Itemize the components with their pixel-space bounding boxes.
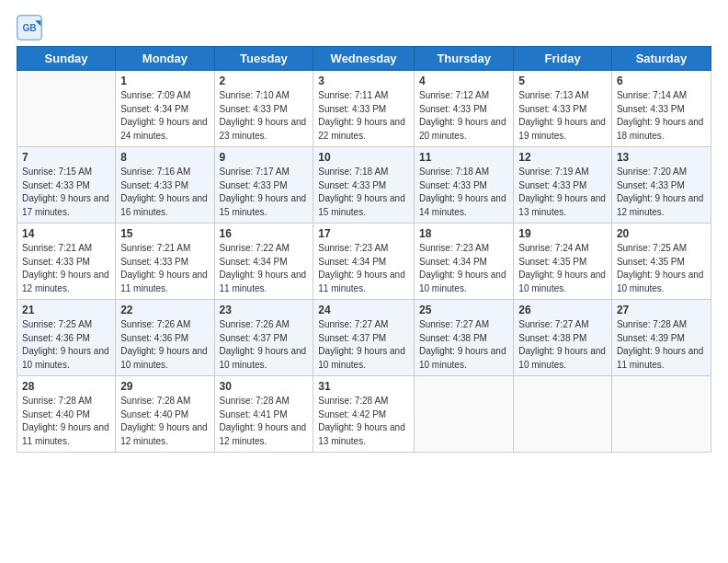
calendar-cell: 31Sunrise: 7:28 AM Sunset: 4:42 PM Dayli…: [313, 376, 415, 453]
day-detail: Sunrise: 7:27 AM Sunset: 4:38 PM Dayligh…: [419, 318, 508, 372]
day-detail: Sunrise: 7:19 AM Sunset: 4:33 PM Dayligh…: [518, 166, 607, 219]
calendar-cell: 7Sunrise: 7:15 AM Sunset: 4:33 PM Daylig…: [17, 147, 116, 224]
day-number: 26: [518, 304, 607, 316]
day-number: 20: [617, 227, 706, 240]
calendar-cell: 17Sunrise: 7:23 AM Sunset: 4:34 PM Dayli…: [313, 224, 415, 300]
day-detail: Sunrise: 7:25 AM Sunset: 4:36 PM Dayligh…: [22, 318, 110, 372]
day-of-week-wednesday: Wednesday: [313, 47, 415, 71]
calendar-cell: 3Sunrise: 7:11 AM Sunset: 4:33 PM Daylig…: [313, 71, 415, 147]
day-of-week-saturday: Saturday: [611, 47, 711, 71]
calendar-cell: 20Sunrise: 7:25 AM Sunset: 4:35 PM Dayli…: [611, 224, 711, 300]
day-detail: Sunrise: 7:21 AM Sunset: 4:33 PM Dayligh…: [120, 242, 209, 295]
calendar-cell: [17, 71, 116, 147]
calendar-week-row: 21Sunrise: 7:25 AM Sunset: 4:36 PM Dayli…: [17, 300, 711, 376]
day-detail: Sunrise: 7:12 AM Sunset: 4:33 PM Dayligh…: [419, 89, 508, 143]
day-detail: Sunrise: 7:17 AM Sunset: 4:33 PM Dayligh…: [220, 166, 309, 219]
day-detail: Sunrise: 7:23 AM Sunset: 4:34 PM Dayligh…: [318, 242, 409, 295]
day-number: 2: [220, 75, 309, 87]
day-of-week-tuesday: Tuesday: [214, 47, 313, 71]
day-number: 15: [120, 227, 209, 240]
day-detail: Sunrise: 7:09 AM Sunset: 4:34 PM Dayligh…: [120, 89, 209, 143]
day-detail: Sunrise: 7:21 AM Sunset: 4:33 PM Dayligh…: [22, 242, 110, 295]
day-detail: Sunrise: 7:28 AM Sunset: 4:41 PM Dayligh…: [220, 395, 309, 448]
calendar-week-row: 28Sunrise: 7:28 AM Sunset: 4:40 PM Dayli…: [17, 376, 711, 453]
calendar-cell: [611, 376, 711, 453]
day-detail: Sunrise: 7:28 AM Sunset: 4:40 PM Dayligh…: [22, 395, 110, 448]
day-detail: Sunrise: 7:16 AM Sunset: 4:33 PM Dayligh…: [120, 166, 209, 219]
day-number: 19: [518, 227, 607, 240]
day-number: 24: [318, 304, 409, 316]
day-detail: Sunrise: 7:27 AM Sunset: 4:37 PM Dayligh…: [318, 318, 409, 372]
day-number: 6: [617, 75, 706, 87]
day-number: 9: [220, 151, 309, 164]
day-number: 27: [617, 304, 706, 316]
day-detail: Sunrise: 7:22 AM Sunset: 4:34 PM Dayligh…: [220, 242, 309, 295]
calendar-week-row: 7Sunrise: 7:15 AM Sunset: 4:33 PM Daylig…: [17, 147, 711, 224]
calendar-cell: 6Sunrise: 7:14 AM Sunset: 4:33 PM Daylig…: [611, 71, 711, 147]
calendar-cell: [514, 376, 612, 453]
calendar-cell: 16Sunrise: 7:22 AM Sunset: 4:34 PM Dayli…: [214, 224, 313, 300]
day-detail: Sunrise: 7:24 AM Sunset: 4:35 PM Dayligh…: [518, 242, 607, 295]
day-number: 11: [419, 151, 508, 164]
calendar-cell: 30Sunrise: 7:28 AM Sunset: 4:41 PM Dayli…: [214, 376, 313, 453]
calendar-cell: 13Sunrise: 7:20 AM Sunset: 4:33 PM Dayli…: [611, 147, 711, 224]
day-detail: Sunrise: 7:11 AM Sunset: 4:33 PM Dayligh…: [318, 89, 409, 143]
day-number: 1: [120, 75, 209, 87]
day-number: 4: [419, 75, 508, 87]
calendar-cell: 14Sunrise: 7:21 AM Sunset: 4:33 PM Dayli…: [17, 224, 116, 300]
calendar-cell: 28Sunrise: 7:28 AM Sunset: 4:40 PM Dayli…: [17, 376, 116, 453]
day-detail: Sunrise: 7:18 AM Sunset: 4:33 PM Dayligh…: [419, 166, 508, 219]
calendar-cell: 29Sunrise: 7:28 AM Sunset: 4:40 PM Dayli…: [116, 376, 214, 453]
calendar-cell: 15Sunrise: 7:21 AM Sunset: 4:33 PM Dayli…: [116, 224, 214, 300]
calendar-cell: 11Sunrise: 7:18 AM Sunset: 4:33 PM Dayli…: [414, 147, 513, 224]
day-number: 10: [318, 151, 409, 164]
day-detail: Sunrise: 7:25 AM Sunset: 4:35 PM Dayligh…: [617, 242, 706, 295]
day-detail: Sunrise: 7:28 AM Sunset: 4:42 PM Dayligh…: [318, 395, 409, 448]
calendar-cell: 24Sunrise: 7:27 AM Sunset: 4:37 PM Dayli…: [313, 300, 415, 376]
calendar-header-row: SundayMondayTuesdayWednesdayThursdayFrid…: [17, 47, 711, 71]
calendar-cell: 23Sunrise: 7:26 AM Sunset: 4:37 PM Dayli…: [214, 300, 313, 376]
svg-text:GB: GB: [22, 23, 36, 33]
day-number: 28: [22, 380, 110, 393]
calendar-cell: 27Sunrise: 7:28 AM Sunset: 4:39 PM Dayli…: [611, 300, 711, 376]
day-number: 5: [518, 75, 607, 87]
logo: GB: [17, 13, 46, 40]
day-detail: Sunrise: 7:10 AM Sunset: 4:33 PM Dayligh…: [220, 89, 309, 143]
day-number: 25: [419, 304, 508, 316]
day-number: 13: [617, 151, 706, 164]
day-detail: Sunrise: 7:26 AM Sunset: 4:37 PM Dayligh…: [220, 318, 309, 372]
calendar-cell: 9Sunrise: 7:17 AM Sunset: 4:33 PM Daylig…: [214, 147, 313, 224]
day-number: 3: [318, 75, 409, 87]
day-number: 22: [120, 304, 209, 316]
calendar-cell: [414, 376, 513, 453]
calendar-cell: 21Sunrise: 7:25 AM Sunset: 4:36 PM Dayli…: [17, 300, 116, 376]
day-number: 8: [120, 151, 209, 164]
day-of-week-sunday: Sunday: [17, 47, 116, 71]
day-detail: Sunrise: 7:15 AM Sunset: 4:33 PM Dayligh…: [22, 166, 110, 219]
day-detail: Sunrise: 7:23 AM Sunset: 4:34 PM Dayligh…: [419, 242, 508, 295]
calendar: SundayMondayTuesdayWednesdayThursdayFrid…: [17, 46, 711, 453]
day-number: 18: [419, 227, 508, 240]
calendar-cell: 2Sunrise: 7:10 AM Sunset: 4:33 PM Daylig…: [214, 71, 313, 147]
day-number: 21: [22, 304, 110, 316]
day-of-week-friday: Friday: [514, 47, 612, 71]
day-number: 29: [120, 380, 209, 393]
calendar-cell: 25Sunrise: 7:27 AM Sunset: 4:38 PM Dayli…: [414, 300, 513, 376]
day-of-week-monday: Monday: [116, 47, 214, 71]
logo-icon: GB: [17, 15, 42, 40]
day-detail: Sunrise: 7:18 AM Sunset: 4:33 PM Dayligh…: [318, 166, 409, 219]
calendar-cell: 10Sunrise: 7:18 AM Sunset: 4:33 PM Dayli…: [313, 147, 415, 224]
day-detail: Sunrise: 7:28 AM Sunset: 4:40 PM Dayligh…: [120, 395, 209, 448]
calendar-cell: 12Sunrise: 7:19 AM Sunset: 4:33 PM Dayli…: [514, 147, 612, 224]
calendar-cell: 18Sunrise: 7:23 AM Sunset: 4:34 PM Dayli…: [414, 224, 513, 300]
day-detail: Sunrise: 7:27 AM Sunset: 4:38 PM Dayligh…: [518, 318, 607, 372]
day-number: 14: [22, 227, 110, 240]
day-number: 23: [220, 304, 309, 316]
calendar-cell: 4Sunrise: 7:12 AM Sunset: 4:33 PM Daylig…: [414, 71, 513, 147]
day-detail: Sunrise: 7:26 AM Sunset: 4:36 PM Dayligh…: [120, 318, 209, 372]
calendar-cell: 5Sunrise: 7:13 AM Sunset: 4:33 PM Daylig…: [514, 71, 612, 147]
calendar-cell: 22Sunrise: 7:26 AM Sunset: 4:36 PM Dayli…: [116, 300, 214, 376]
day-of-week-thursday: Thursday: [414, 47, 513, 71]
day-number: 17: [318, 227, 409, 240]
calendar-cell: 1Sunrise: 7:09 AM Sunset: 4:34 PM Daylig…: [116, 71, 214, 147]
